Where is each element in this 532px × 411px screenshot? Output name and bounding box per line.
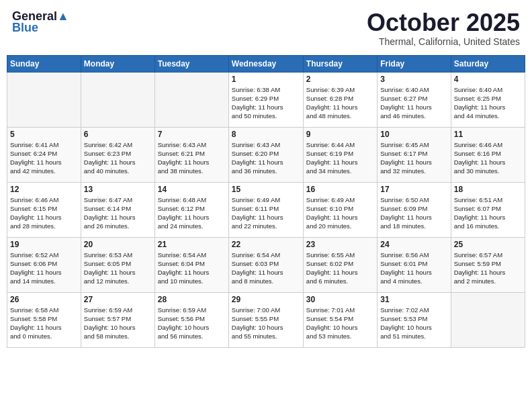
- calendar-day-cell: 12Sunrise: 6:46 AM Sunset: 6:15 PM Dayli…: [7, 182, 81, 237]
- calendar-day-cell: 13Sunrise: 6:47 AM Sunset: 6:14 PM Dayli…: [81, 182, 154, 237]
- calendar-table: SundayMondayTuesdayWednesdayThursdayFrid…: [7, 55, 525, 348]
- day-number: 10: [380, 130, 447, 139]
- day-number: 27: [84, 295, 152, 304]
- calendar-day-cell: 10Sunrise: 6:45 AM Sunset: 6:17 PM Dayli…: [378, 127, 451, 182]
- day-info: Sunrise: 6:55 AM Sunset: 6:02 PM Dayligh…: [306, 250, 374, 286]
- day-info: Sunrise: 6:53 AM Sunset: 6:05 PM Dayligh…: [84, 250, 152, 286]
- calendar-day-cell: 7Sunrise: 6:43 AM Sunset: 6:21 PM Daylig…: [154, 127, 228, 182]
- weekday-header-thursday: Thursday: [303, 55, 377, 72]
- calendar-day-cell: [451, 292, 525, 347]
- day-info: Sunrise: 6:43 AM Sunset: 6:21 PM Dayligh…: [158, 140, 226, 176]
- day-info: Sunrise: 6:52 AM Sunset: 6:06 PM Dayligh…: [10, 250, 78, 286]
- calendar-week-row: 5Sunrise: 6:41 AM Sunset: 6:24 PM Daylig…: [7, 127, 525, 182]
- calendar-week-row: 19Sunrise: 6:52 AM Sunset: 6:06 PM Dayli…: [7, 237, 525, 292]
- weekday-header-row: SundayMondayTuesdayWednesdayThursdayFrid…: [7, 55, 525, 72]
- day-info: Sunrise: 6:46 AM Sunset: 6:16 PM Dayligh…: [454, 140, 522, 176]
- day-number: 30: [306, 295, 374, 304]
- day-info: Sunrise: 6:48 AM Sunset: 6:12 PM Dayligh…: [158, 195, 226, 231]
- day-number: 6: [84, 130, 152, 139]
- day-number: 31: [380, 295, 447, 304]
- day-number: 2: [306, 75, 374, 84]
- day-number: 12: [10, 185, 78, 194]
- calendar-day-cell: 1Sunrise: 6:38 AM Sunset: 6:29 PM Daylig…: [228, 72, 303, 127]
- calendar-day-cell: 6Sunrise: 6:42 AM Sunset: 6:23 PM Daylig…: [81, 127, 154, 182]
- day-info: Sunrise: 6:58 AM Sunset: 5:58 PM Dayligh…: [10, 306, 78, 341]
- day-number: 3: [380, 75, 447, 84]
- day-number: 5: [10, 130, 78, 139]
- logo: General▲ Blue: [12, 9, 69, 35]
- calendar-day-cell: 28Sunrise: 6:59 AM Sunset: 5:56 PM Dayli…: [154, 292, 228, 347]
- calendar-day-cell: 25Sunrise: 6:57 AM Sunset: 5:59 PM Dayli…: [451, 237, 525, 292]
- calendar-day-cell: 29Sunrise: 7:00 AM Sunset: 5:55 PM Dayli…: [228, 292, 303, 347]
- calendar-day-cell: 23Sunrise: 6:55 AM Sunset: 6:02 PM Dayli…: [303, 237, 377, 292]
- day-info: Sunrise: 6:47 AM Sunset: 6:14 PM Dayligh…: [84, 195, 152, 231]
- day-info: Sunrise: 6:44 AM Sunset: 6:19 PM Dayligh…: [306, 140, 374, 176]
- day-info: Sunrise: 6:43 AM Sunset: 6:20 PM Dayligh…: [232, 140, 300, 176]
- day-number: 18: [454, 185, 522, 194]
- calendar-day-cell: 8Sunrise: 6:43 AM Sunset: 6:20 PM Daylig…: [228, 127, 303, 182]
- day-info: Sunrise: 6:46 AM Sunset: 6:15 PM Dayligh…: [10, 195, 78, 231]
- day-info: Sunrise: 7:02 AM Sunset: 5:53 PM Dayligh…: [380, 306, 447, 341]
- day-info: Sunrise: 6:54 AM Sunset: 6:03 PM Dayligh…: [232, 250, 300, 286]
- day-number: 1: [232, 75, 300, 84]
- day-number: 22: [232, 240, 300, 249]
- calendar-week-row: 12Sunrise: 6:46 AM Sunset: 6:15 PM Dayli…: [7, 182, 525, 237]
- day-number: 16: [306, 185, 374, 194]
- day-info: Sunrise: 6:51 AM Sunset: 6:07 PM Dayligh…: [454, 195, 522, 231]
- weekday-header-wednesday: Wednesday: [228, 55, 303, 72]
- day-info: Sunrise: 6:54 AM Sunset: 6:04 PM Dayligh…: [158, 250, 226, 286]
- calendar-day-cell: 11Sunrise: 6:46 AM Sunset: 6:16 PM Dayli…: [451, 127, 525, 182]
- day-number: 8: [232, 130, 300, 139]
- calendar-day-cell: 20Sunrise: 6:53 AM Sunset: 6:05 PM Dayli…: [81, 237, 154, 292]
- calendar-header: General▲ Blue October 2025 Thermal, Cali…: [7, 7, 525, 50]
- calendar-day-cell: 2Sunrise: 6:39 AM Sunset: 6:28 PM Daylig…: [303, 72, 377, 127]
- day-info: Sunrise: 6:57 AM Sunset: 5:59 PM Dayligh…: [454, 250, 522, 286]
- weekday-header-friday: Friday: [378, 55, 451, 72]
- calendar-day-cell: [7, 72, 81, 127]
- calendar-day-cell: 26Sunrise: 6:58 AM Sunset: 5:58 PM Dayli…: [7, 292, 81, 347]
- day-number: 7: [158, 130, 226, 139]
- day-number: 29: [232, 295, 300, 304]
- day-info: Sunrise: 6:40 AM Sunset: 6:27 PM Dayligh…: [380, 85, 447, 121]
- day-number: 23: [306, 240, 374, 249]
- calendar-day-cell: 27Sunrise: 6:59 AM Sunset: 5:57 PM Dayli…: [81, 292, 154, 347]
- day-info: Sunrise: 6:49 AM Sunset: 6:10 PM Dayligh…: [306, 195, 374, 231]
- day-info: Sunrise: 6:38 AM Sunset: 6:29 PM Dayligh…: [232, 85, 300, 121]
- day-info: Sunrise: 6:56 AM Sunset: 6:01 PM Dayligh…: [380, 250, 447, 286]
- title-block: October 2025 Thermal, California, United…: [367, 9, 520, 47]
- day-info: Sunrise: 6:45 AM Sunset: 6:17 PM Dayligh…: [380, 140, 447, 176]
- calendar-day-cell: 30Sunrise: 7:01 AM Sunset: 5:54 PM Dayli…: [303, 292, 377, 347]
- day-number: 26: [10, 295, 78, 304]
- calendar-day-cell: 3Sunrise: 6:40 AM Sunset: 6:27 PM Daylig…: [378, 72, 451, 127]
- weekday-header-sunday: Sunday: [7, 55, 81, 72]
- day-number: 15: [232, 185, 300, 194]
- day-info: Sunrise: 6:42 AM Sunset: 6:23 PM Dayligh…: [84, 140, 152, 176]
- calendar-day-cell: 24Sunrise: 6:56 AM Sunset: 6:01 PM Dayli…: [378, 237, 451, 292]
- calendar-week-row: 26Sunrise: 6:58 AM Sunset: 5:58 PM Dayli…: [7, 292, 525, 347]
- day-number: 13: [84, 185, 152, 194]
- day-info: Sunrise: 6:59 AM Sunset: 5:57 PM Dayligh…: [84, 306, 152, 341]
- calendar-day-cell: [154, 72, 228, 127]
- calendar-day-cell: 9Sunrise: 6:44 AM Sunset: 6:19 PM Daylig…: [303, 127, 377, 182]
- calendar-day-cell: 19Sunrise: 6:52 AM Sunset: 6:06 PM Dayli…: [7, 237, 81, 292]
- day-number: 28: [158, 295, 226, 304]
- calendar-day-cell: 22Sunrise: 6:54 AM Sunset: 6:03 PM Dayli…: [228, 237, 303, 292]
- calendar-day-cell: 17Sunrise: 6:50 AM Sunset: 6:09 PM Dayli…: [378, 182, 451, 237]
- calendar-day-cell: 16Sunrise: 6:49 AM Sunset: 6:10 PM Dayli…: [303, 182, 377, 237]
- day-number: 25: [454, 240, 522, 249]
- day-number: 11: [454, 130, 522, 139]
- day-number: 9: [306, 130, 374, 139]
- calendar-day-cell: 15Sunrise: 6:49 AM Sunset: 6:11 PM Dayli…: [228, 182, 303, 237]
- day-number: 21: [158, 240, 226, 249]
- calendar-day-cell: 5Sunrise: 6:41 AM Sunset: 6:24 PM Daylig…: [7, 127, 81, 182]
- day-number: 14: [158, 185, 226, 194]
- day-number: 4: [454, 75, 522, 84]
- calendar-week-row: 1Sunrise: 6:38 AM Sunset: 6:29 PM Daylig…: [7, 72, 525, 127]
- day-info: Sunrise: 6:41 AM Sunset: 6:24 PM Dayligh…: [10, 140, 78, 176]
- calendar-day-cell: 31Sunrise: 7:02 AM Sunset: 5:53 PM Dayli…: [378, 292, 451, 347]
- day-number: 17: [380, 185, 447, 194]
- day-info: Sunrise: 6:40 AM Sunset: 6:25 PM Dayligh…: [454, 85, 522, 121]
- calendar-title: October 2025: [367, 9, 520, 36]
- day-info: Sunrise: 7:01 AM Sunset: 5:54 PM Dayligh…: [306, 306, 374, 341]
- calendar-day-cell: [81, 72, 154, 127]
